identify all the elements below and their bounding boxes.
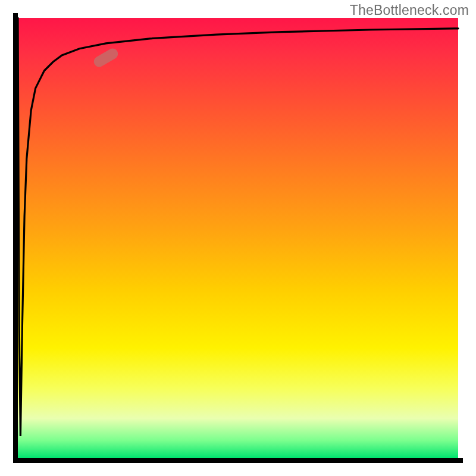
chart-frame: TheBottleneck.com (0, 0, 476, 476)
plot-gradient-background (18, 18, 458, 458)
y-axis (13, 13, 18, 463)
watermark-text: TheBottleneck.com (350, 2, 469, 18)
x-axis (13, 458, 463, 463)
